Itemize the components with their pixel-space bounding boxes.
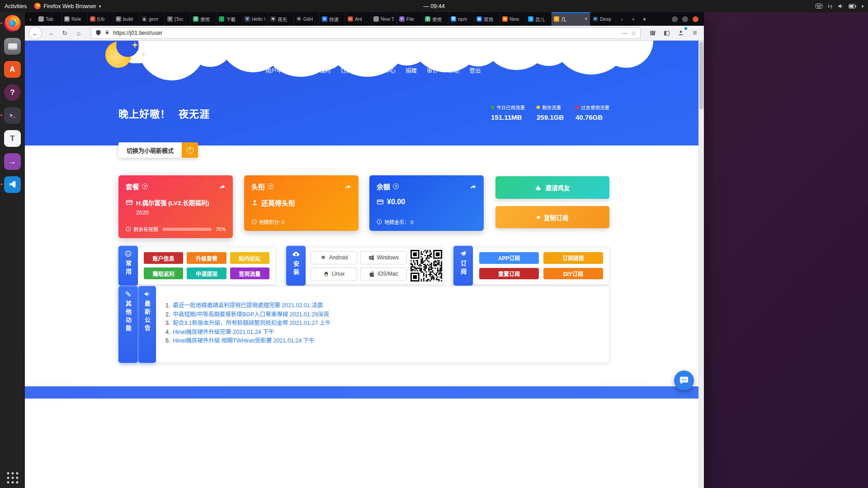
- page-actions-icon[interactable]: ⋯: [622, 30, 627, 37]
- withdraw-button[interactable]: 申请提现: [187, 267, 226, 279]
- dock-text-editor-icon[interactable]: T: [4, 130, 21, 147]
- bookmark-star-icon[interactable]: ☆: [631, 30, 636, 37]
- minimize-button[interactable]: [672, 16, 678, 22]
- tab-close-icon[interactable]: ×: [585, 16, 588, 22]
- checkin-button[interactable]: 签到流量: [230, 267, 269, 279]
- browser-tab[interactable]: RRele: [62, 12, 88, 26]
- share-icon[interactable]: [344, 183, 351, 191]
- tab-latest-news[interactable]: 最新公告: [138, 286, 156, 363]
- shield-icon[interactable]: [95, 29, 101, 37]
- reload-button[interactable]: ↻: [59, 28, 70, 38]
- chat-widget-button[interactable]: [674, 371, 694, 390]
- clock-menu[interactable]: — 09:44: [423, 3, 444, 9]
- nav-help[interactable]: 帮助: [448, 66, 459, 75]
- browser-tab[interactable]: ↓下載: [217, 12, 242, 26]
- account-icon[interactable]: [675, 28, 686, 38]
- help-icon[interactable]: ?: [393, 183, 399, 189]
- browser-tab-active[interactable]: ✳几×: [552, 12, 590, 26]
- nav-usage[interactable]: 使用: [298, 66, 309, 75]
- dock-terminal-icon[interactable]: >_: [4, 107, 21, 124]
- dock-firefox-icon[interactable]: [4, 15, 21, 32]
- news-link[interactable]: 最近一批地精邀請返利提現已提現處理完畢 2021.02.01 凌晨: [173, 301, 323, 310]
- lock-icon[interactable]: [104, 29, 110, 37]
- forward-button[interactable]: →: [45, 28, 56, 38]
- tab-scroll-right-icon[interactable]: ›: [616, 12, 627, 26]
- tab-subscribe[interactable]: 订阅: [453, 246, 473, 286]
- browser-tab[interactable]: Tab: [36, 12, 62, 26]
- close-button[interactable]: [693, 16, 698, 22]
- tab-scroll-left-icon[interactable]: ‹: [25, 12, 36, 26]
- nav-user-center[interactable]: 用户中心: [265, 66, 288, 75]
- help-icon[interactable]: ?: [142, 183, 148, 189]
- nav-activity-center[interactable]: 活动中心: [373, 66, 396, 75]
- tab-other-functions[interactable]: 其他功能: [118, 286, 138, 363]
- upgrade-plan-button[interactable]: 升级套餐: [187, 252, 226, 264]
- nav-subscription-center[interactable]: 订阅中心: [340, 66, 363, 75]
- ios-mac-button[interactable]: iOS/Mac: [360, 267, 407, 281]
- nav-logout[interactable]: 登出: [469, 66, 481, 75]
- windows-button[interactable]: Windows: [360, 251, 407, 264]
- reset-subscription-button[interactable]: 重置订阅: [479, 268, 539, 280]
- dock-ubuntu-software-icon[interactable]: A: [4, 61, 21, 78]
- mode-help-button[interactable]: ?: [182, 142, 198, 158]
- address-bar[interactable]: https://j01.best/user ⋯ ☆: [91, 27, 641, 39]
- browser-tab[interactable]: VHello Vu: [242, 12, 268, 26]
- account-info-button[interactable]: 账户信息: [144, 252, 183, 264]
- system-indicators[interactable]: ▾: [816, 3, 863, 9]
- browser-tab[interactable]: ggenr: [139, 12, 165, 26]
- help-icon[interactable]: ?: [268, 183, 274, 189]
- browser-tab[interactable]: FFile: [397, 12, 423, 26]
- browser-tab[interactable]: ▦常用: [474, 12, 500, 26]
- android-button[interactable]: Android: [311, 251, 357, 264]
- browser-tab[interactable]: New Tab: [371, 12, 397, 26]
- network-icon[interactable]: [827, 4, 833, 9]
- news-link[interactable]: Hinet機房硬件升級 相關TWHinet受影響 2021.01.24 下午: [173, 337, 314, 346]
- browser-tab[interactable]: NNew: [500, 12, 526, 26]
- browser-tab[interactable]: UAnt: [345, 12, 371, 26]
- volume-icon[interactable]: [838, 3, 844, 9]
- nav-audit[interactable]: 审计: [427, 66, 438, 75]
- news-link[interactable]: 中高短期/中等長期套餐新增BGP入口華東專線 2021.01.29深夜: [173, 310, 329, 319]
- home-button[interactable]: ⌂: [73, 28, 84, 38]
- keyboard-layout-icon[interactable]: [816, 4, 822, 9]
- subscribe-link-button[interactable]: 订阅链接: [543, 252, 603, 264]
- library-icon[interactable]: [647, 28, 658, 38]
- linux-button[interactable]: Linux: [311, 267, 357, 281]
- diy-subscription-button[interactable]: DIY订阅: [543, 268, 603, 280]
- share-icon[interactable]: [219, 183, 226, 191]
- tab-list-icon[interactable]: ▾: [639, 12, 650, 26]
- browser-tab[interactable]: D快速: [320, 12, 345, 26]
- share-icon[interactable]: [470, 183, 476, 191]
- dock-deploy-arrow-icon[interactable]: →: [4, 153, 21, 170]
- news-link[interactable]: Hinet機房硬件升級完畢 2021.01.24 下午: [173, 328, 274, 337]
- browser-tab[interactable]: bbuild: [113, 12, 139, 26]
- menu-icon[interactable]: ≡: [689, 28, 700, 38]
- earn-rebate-button[interactable]: 赚取返利: [144, 267, 183, 279]
- browser-tab[interactable]: C[Ub: [88, 12, 113, 26]
- activities-button[interactable]: Activities: [5, 3, 27, 9]
- news-link[interactable]: 配合3.1新版本升級，所有餘額調整到抵扣金幣 2021.01.27 上午: [173, 319, 330, 328]
- browser-tab[interactable]: T[Toc: [165, 12, 191, 26]
- forum-button[interactable]: 站内论坛: [230, 252, 269, 264]
- mode-toggle-button[interactable]: 切换为小萌新模式: [118, 142, 182, 158]
- tab-install[interactable]: 安装: [286, 246, 306, 286]
- scrollbar-thumb[interactable]: [699, 42, 703, 109]
- browser-tab[interactable]: N夜无: [268, 12, 294, 26]
- copy-subscription-button[interactable]: ♥ 复制订阅: [495, 206, 609, 228]
- browser-tab[interactable]: V使用: [423, 12, 448, 26]
- show-applications-icon[interactable]: [7, 472, 18, 483]
- app-subscribe-button[interactable]: APP订阅: [479, 252, 539, 264]
- browser-tab[interactable]: t忽儿: [526, 12, 552, 26]
- browser-tab[interactable]: GGitH: [294, 12, 320, 26]
- nav-welfare[interactable]: 福利: [319, 66, 330, 75]
- maximize-button[interactable]: [682, 16, 688, 22]
- new-tab-button[interactable]: +: [627, 12, 639, 26]
- url-text[interactable]: https://j01.best/user: [113, 30, 162, 36]
- scrollbar-track[interactable]: [698, 41, 704, 488]
- dock-vscode-icon[interactable]: [4, 176, 21, 193]
- dock-help-icon[interactable]: ?: [4, 84, 21, 101]
- nav-donate[interactable]: 捐赠: [406, 66, 417, 75]
- browser-tab[interactable]: DDeep: [590, 12, 616, 26]
- dock-file-manager-icon[interactable]: [4, 38, 21, 55]
- browser-tab[interactable]: V使用: [191, 12, 217, 26]
